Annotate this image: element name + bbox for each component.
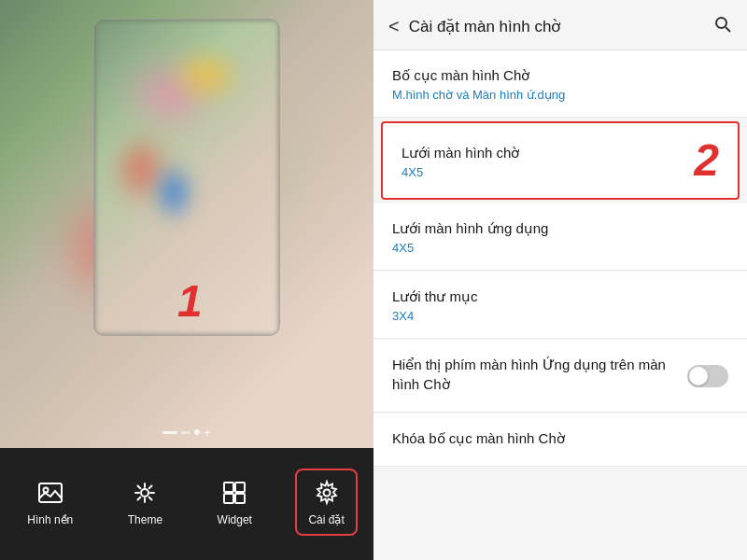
settings-list: Bố cục màn hình Chờ M.hình chờ và Màn hì… [374, 50, 747, 560]
step-2-badge: 2 [694, 138, 719, 183]
search-button[interactable] [713, 15, 732, 38]
nav-item-widget[interactable]: Widget [206, 470, 263, 534]
widget-label: Widget [218, 513, 252, 526]
settings-icon [312, 478, 342, 508]
settings-header: < Cài đặt màn hình chờ [374, 0, 747, 50]
left-panel: + 1 Hình nền Theme [0, 0, 374, 560]
cai-dat-label: Cài đặt [308, 513, 344, 526]
svg-point-8 [716, 18, 726, 28]
nav-item-theme[interactable]: Theme [117, 470, 174, 534]
settings-item-hien-thi-phim[interactable]: Hiển thị phím màn hình Ứng dụng trên màn… [374, 340, 747, 413]
luoi-thu-muc-title: Lưới thư mục [392, 287, 728, 306]
settings-item-bo-cuc[interactable]: Bố cục màn hình Chờ M.hình chờ và Màn hì… [374, 50, 747, 118]
bo-cuc-subtitle: M.hình chờ và Màn hình ứ.dụng [392, 88, 728, 102]
dot-circle [194, 429, 200, 435]
svg-point-2 [141, 489, 148, 497]
dot-line-1 [162, 431, 177, 434]
toggle-switch[interactable] [687, 365, 728, 387]
dot-line-2 [181, 431, 190, 434]
nav-item-hinh-nen[interactable]: Hình nền [16, 470, 84, 534]
bottom-navigation: Hình nền Theme Widget [0, 448, 374, 560]
header-title: Cài đặt màn hình chờ [409, 17, 561, 36]
luoi-row: Lưới màn hình chờ 4X5 2 [402, 138, 719, 183]
dots-indicator: + [162, 426, 211, 439]
svg-rect-5 [224, 494, 233, 503]
luoi-cho-title: Lưới màn hình chờ [402, 143, 519, 162]
toggle-row: Hiển thị phím màn hình Ứng dụng trên màn… [392, 355, 728, 397]
luoi-thu-muc-subtitle: 3X4 [392, 309, 728, 323]
bo-cuc-title: Bố cục màn hình Chờ [392, 65, 728, 85]
nav-item-cai-dat[interactable]: Cài đặt [295, 469, 357, 536]
settings-item-luoi-man-hinh-cho[interactable]: Lưới màn hình chờ 4X5 2 [381, 121, 740, 200]
svg-rect-0 [39, 483, 62, 502]
inner-blob-2 [169, 48, 244, 104]
back-button[interactable]: < [388, 16, 400, 37]
widget-icon [219, 478, 249, 508]
image-icon [35, 478, 65, 508]
dot-plus: + [204, 426, 211, 439]
svg-rect-3 [224, 483, 233, 492]
toggle-thumb [689, 367, 708, 385]
theme-icon [130, 478, 160, 508]
svg-line-9 [726, 27, 730, 32]
luoi-text: Lưới màn hình chờ 4X5 [402, 143, 519, 179]
settings-item-luoi-thu-muc[interactable]: Lưới thư mục 3X4 [374, 272, 747, 339]
luoi-ung-dung-title: Lưới màn hình ứng dụng [392, 218, 728, 238]
settings-item-khoa-bo-cuc[interactable]: Khóa bố cục màn hình Chờ [374, 413, 747, 467]
theme-label: Theme [128, 513, 162, 526]
svg-rect-4 [235, 483, 245, 492]
screen-preview [93, 19, 280, 336]
settings-item-luoi-ung-dung[interactable]: Lưới màn hình ứng dụng 4X5 [374, 203, 747, 271]
svg-point-1 [43, 487, 48, 492]
khoa-bo-cuc-title: Khóa bố cục màn hình Chờ [392, 428, 728, 448]
svg-rect-6 [235, 494, 245, 503]
inner-blob-4 [150, 160, 197, 225]
right-panel: < Cài đặt màn hình chờ Bố cục màn hình C… [374, 0, 747, 560]
wallpaper-area: + 1 [0, 0, 374, 448]
luoi-cho-subtitle: 4X5 [402, 165, 519, 179]
header-left: < Cài đặt màn hình chờ [388, 16, 560, 37]
hien-thi-phim-title: Hiển thị phím màn hình Ứng dụng trên màn… [392, 355, 687, 394]
hinh-nen-label: Hình nền [27, 513, 73, 526]
luoi-ung-dung-subtitle: 4X5 [392, 241, 728, 255]
screen-inner [94, 20, 279, 335]
svg-point-7 [323, 489, 330, 496]
